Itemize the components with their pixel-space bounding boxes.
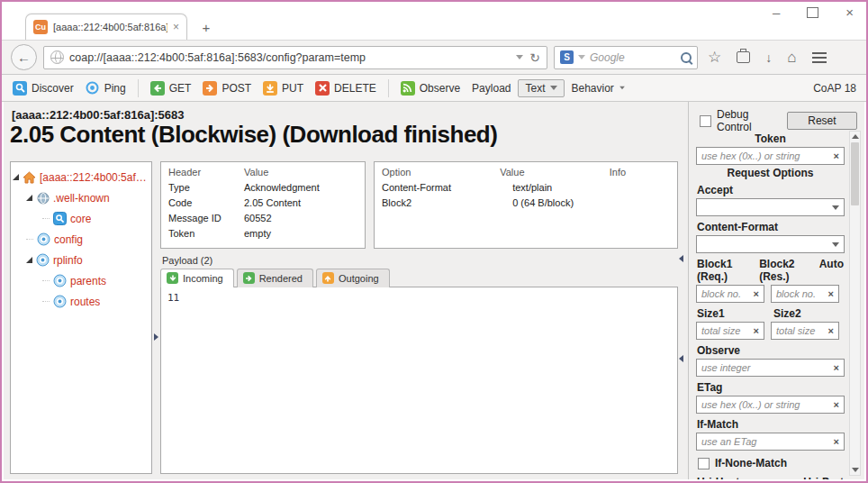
size1-input[interactable]: × <box>696 322 764 340</box>
search-placeholder: Google <box>590 51 676 64</box>
rendered-badge-icon <box>243 272 255 284</box>
get-button[interactable]: GET <box>146 79 196 97</box>
tree-item-well-known[interactable]: .well-known <box>13 187 149 208</box>
accept-select[interactable] <box>696 198 845 216</box>
table-row[interactable]: Type Acknowledgment <box>168 179 357 195</box>
chevron-down-icon <box>619 87 625 90</box>
resource-disc-icon <box>35 253 50 268</box>
content-format-select[interactable] <box>696 235 845 253</box>
title-bar: Cu [aaaa::212:4b00:5af:816a]/... × + – × <box>2 2 866 40</box>
tab-incoming[interactable]: Incoming <box>160 269 234 287</box>
delete-button[interactable]: DELETE <box>311 79 381 97</box>
column-header[interactable]: Header <box>168 164 244 179</box>
payload-label: Payload (2) <box>162 255 678 266</box>
url-bar[interactable]: coap://[aaaa::212:4b00:5af:816a]:5683/co… <box>43 46 547 69</box>
sidebar-splitter[interactable] <box>678 161 686 474</box>
table-row[interactable]: Message ID 60552 <box>168 210 357 225</box>
table-row[interactable]: Content-Format text/plain <box>382 179 670 195</box>
minimize-button[interactable]: – <box>773 8 780 17</box>
table-row[interactable]: Token empty <box>168 225 357 241</box>
tree-item-routes[interactable]: routes <box>13 291 149 312</box>
observe-input[interactable]: × <box>696 359 845 377</box>
put-button[interactable]: PUT <box>258 79 308 97</box>
splitter-grip-icon[interactable] <box>679 355 683 362</box>
splitter-grip-icon[interactable] <box>679 255 683 262</box>
clear-icon[interactable]: × <box>834 362 839 373</box>
uri-host-label: Uri-Host <box>697 476 801 479</box>
debug-control-checkbox[interactable] <box>700 115 711 127</box>
back-button[interactable]: ← <box>11 44 37 70</box>
close-button[interactable]: × <box>845 7 854 18</box>
token-input[interactable]: × <box>696 147 845 165</box>
table-row[interactable]: Block2 0 (64 B/block) <box>382 195 670 210</box>
resource-disc-icon <box>52 295 68 309</box>
sidebar-scrollbar[interactable] <box>849 131 861 476</box>
block1-input[interactable]: × <box>696 285 764 303</box>
scroll-up-icon[interactable] <box>852 134 859 139</box>
post-button[interactable]: POST <box>198 79 256 97</box>
downloads-icon[interactable]: ↓ <box>765 50 772 65</box>
home-icon[interactable]: ⌂ <box>787 49 796 67</box>
expander-icon[interactable] <box>26 195 32 201</box>
options-table-panel: Option Value Info Content-Format text/pl… <box>374 161 678 249</box>
search-engine-dropdown-icon[interactable] <box>578 55 585 59</box>
search-go-icon[interactable] <box>681 52 692 63</box>
observe-button[interactable]: Observe <box>396 79 465 97</box>
arrow-left-badge-icon <box>150 81 165 96</box>
column-header[interactable]: Value <box>244 164 357 179</box>
ping-button[interactable]: Ping <box>81 79 131 97</box>
etag-input[interactable]: × <box>696 396 845 414</box>
incoming-badge-icon <box>167 272 178 284</box>
search-input[interactable]: S Google <box>554 46 698 69</box>
search-engine-icon[interactable]: S <box>560 50 574 64</box>
discover-button[interactable]: Discover <box>8 79 78 97</box>
column-header[interactable]: Info <box>610 164 670 179</box>
column-header[interactable]: Option <box>382 164 500 179</box>
bookmarks-menu-icon[interactable] <box>737 51 750 63</box>
tree-splitter[interactable] <box>152 161 160 474</box>
tree-item-root[interactable]: [aaaa::212:4b00:5af:816a]:... <box>13 167 149 187</box>
reset-button[interactable]: Reset <box>787 112 857 130</box>
maximize-button[interactable] <box>807 7 818 18</box>
tab-outgoing[interactable]: Outgoing <box>316 269 390 287</box>
expander-icon[interactable] <box>26 257 32 263</box>
if-match-input[interactable]: × <box>696 433 845 451</box>
table-row[interactable]: Code 2.05 Content <box>168 195 357 210</box>
clear-icon[interactable]: × <box>834 436 839 447</box>
expander-icon[interactable] <box>13 174 19 180</box>
payload-button[interactable]: Payload <box>467 80 515 96</box>
url-text[interactable]: coap://[aaaa::212:4b00:5af:816a]:5683/co… <box>69 51 511 64</box>
chevron-down-icon <box>550 86 557 90</box>
tab-rendered[interactable]: Rendered <box>237 269 313 287</box>
accept-label: Accept <box>697 184 844 196</box>
scroll-down-icon[interactable] <box>852 468 859 472</box>
clear-icon[interactable]: × <box>834 399 839 410</box>
menu-icon[interactable] <box>812 52 827 54</box>
url-dropdown-icon[interactable] <box>516 55 523 59</box>
tree-item-core[interactable]: core <box>13 208 149 229</box>
splitter-grip-icon[interactable] <box>154 333 158 341</box>
navigation-bar: ← coap://[aaaa::212:4b00:5af:816a]:5683/… <box>2 40 866 75</box>
if-none-match-checkbox[interactable] <box>698 458 710 469</box>
clear-icon[interactable]: × <box>828 325 834 336</box>
clear-icon[interactable]: × <box>834 150 839 161</box>
payload-content[interactable]: 11 <box>160 287 678 474</box>
scrollbar-thumb[interactable] <box>851 142 859 205</box>
tree-item-parents[interactable]: parents <box>13 270 149 291</box>
clear-icon[interactable]: × <box>754 325 759 336</box>
bookmark-star-icon[interactable]: ☆ <box>708 48 721 67</box>
block2-input[interactable]: × <box>771 285 839 303</box>
column-header[interactable]: Value <box>500 164 610 179</box>
reload-icon[interactable]: ↻ <box>529 50 540 65</box>
tab-close-icon[interactable]: × <box>173 22 179 32</box>
payload-type-dropdown[interactable]: Text <box>518 79 564 97</box>
auto-label: Auto <box>819 258 844 270</box>
clear-icon[interactable]: × <box>828 288 834 299</box>
tree-item-rplinfo[interactable]: rplinfo <box>13 250 149 270</box>
size2-input[interactable]: × <box>771 322 839 340</box>
behavior-dropdown[interactable]: Behavior <box>567 80 630 96</box>
tree-item-config[interactable]: config <box>13 229 149 250</box>
browser-tab[interactable]: Cu [aaaa::212:4b00:5af:816a]/... × <box>25 14 187 40</box>
new-tab-button[interactable]: + <box>194 17 218 37</box>
clear-icon[interactable]: × <box>754 288 759 299</box>
